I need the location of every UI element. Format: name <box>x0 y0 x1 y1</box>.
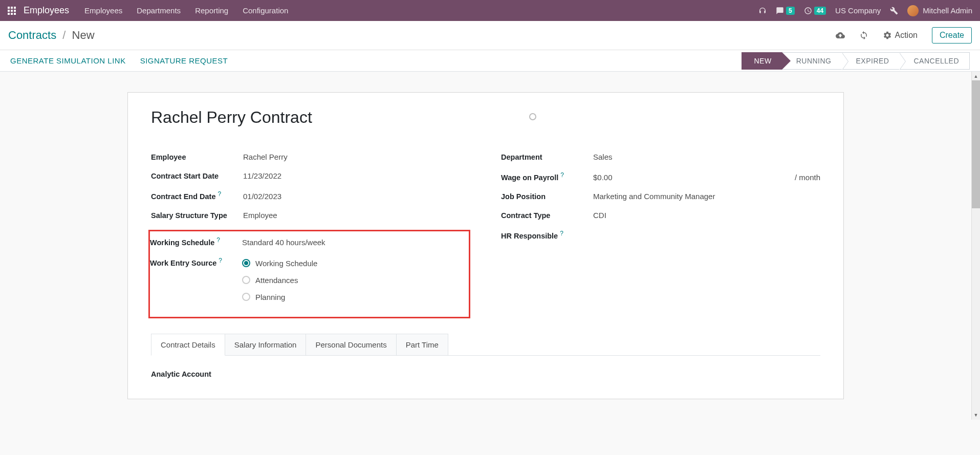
menu-departments[interactable]: Departments <box>137 6 181 15</box>
user-name: Mitchell Admin <box>923 6 972 15</box>
generate-simulation-link-button[interactable]: GENERATE SIMULATION LINK <box>10 56 126 65</box>
statusbar: GENERATE SIMULATION LINK SIGNATURE REQUE… <box>0 50 980 72</box>
state-expired[interactable]: EXPIRED <box>842 52 900 70</box>
radio-icon <box>242 276 250 284</box>
job-position-field[interactable]: Marketing and Community Manager <box>593 192 820 201</box>
tab-salary-information[interactable]: Salary Information <box>225 334 307 356</box>
salary-type-label: Salary Structure Type <box>151 211 243 220</box>
end-date-label: Contract End Date ? <box>151 190 243 201</box>
radio-label: Attendances <box>255 276 298 285</box>
chat-icon <box>776 7 784 15</box>
help-icon[interactable]: ? <box>560 171 564 179</box>
gear-icon <box>883 31 892 40</box>
app-name[interactable]: Employees <box>24 5 69 16</box>
menu-employees[interactable]: Employees <box>84 6 122 15</box>
working-schedule-label: Working Schedule ? <box>150 236 242 247</box>
radio-planning[interactable]: Planning <box>242 293 464 301</box>
topmenu: Employees Departments Reporting Configur… <box>84 6 288 15</box>
form-col-right: Department Sales Wage on Payroll ? $0.00… <box>501 153 820 318</box>
apps-icon[interactable] <box>8 7 16 15</box>
job-position-label: Job Position <box>501 192 593 201</box>
company-selector[interactable]: US Company <box>835 6 881 15</box>
menu-reporting[interactable]: Reporting <box>195 6 228 15</box>
radio-label: Planning <box>255 293 285 301</box>
scroll-thumb[interactable] <box>972 80 980 208</box>
signature-request-button[interactable]: SIGNATURE REQUEST <box>140 56 228 65</box>
breadcrumb-current: New <box>72 29 95 41</box>
salary-type-field[interactable]: Employee <box>243 211 470 220</box>
tabs: Contract Details Salary Information Pers… <box>151 334 820 356</box>
end-date-field[interactable]: 01/02/2023 <box>243 192 470 201</box>
page-title: Rachel Perry Contract <box>151 108 529 127</box>
highlight-box: Working Schedule ? Standard 40 hours/wee… <box>148 230 470 318</box>
topbar: Employees Employees Departments Reportin… <box>0 0 980 21</box>
tab-contract-details[interactable]: Contract Details <box>151 334 225 356</box>
tab-personal-documents[interactable]: Personal Documents <box>306 334 396 356</box>
employee-field[interactable]: Rachel Perry <box>243 153 470 161</box>
main-scroll: Rachel Perry Contract Employee Rachel Pe… <box>0 72 971 420</box>
help-icon[interactable]: ? <box>219 257 222 264</box>
tab-part-time[interactable]: Part Time <box>396 334 448 356</box>
action-label: Action <box>895 31 918 40</box>
undo-icon[interactable] <box>859 31 868 40</box>
chat-badge: 5 <box>786 7 795 15</box>
department-label: Department <box>501 153 593 161</box>
radio-icon <box>242 293 250 301</box>
radio-working-schedule[interactable]: Working Schedule <box>242 259 464 268</box>
state-running[interactable]: RUNNING <box>782 52 842 70</box>
form-col-left: Employee Rachel Perry Contract Start Dat… <box>151 153 470 318</box>
create-button[interactable]: Create <box>932 27 972 44</box>
breadcrumb-link[interactable]: Contracts <box>8 29 56 41</box>
help-icon[interactable]: ? <box>218 190 222 198</box>
activity-badge: 44 <box>814 7 826 15</box>
scroll-down-icon[interactable]: ▼ <box>972 411 980 420</box>
working-schedule-field[interactable]: Standard 40 hours/week <box>242 238 464 247</box>
radio-attendances[interactable]: Attendances <box>242 276 464 285</box>
status-buttons: GENERATE SIMULATION LINK SIGNATURE REQUE… <box>10 56 228 65</box>
tab-content: Analytic Account <box>151 356 820 378</box>
wage-suffix: / month <box>795 173 820 182</box>
department-field[interactable]: Sales <box>593 153 820 161</box>
controlbar: Contracts / New Action Create <box>0 21 980 50</box>
radio-label: Working Schedule <box>255 259 317 268</box>
form-columns: Employee Rachel Perry Contract Start Dat… <box>151 153 820 318</box>
wage-label: Wage on Payroll ? <box>501 171 593 182</box>
state-arrows: NEW RUNNING EXPIRED CANCELLED <box>742 50 970 71</box>
contract-type-field[interactable]: CDI <box>593 211 820 220</box>
state-cancelled[interactable]: CANCELLED <box>899 52 970 70</box>
chat-icon-wrap[interactable]: 5 <box>776 7 795 15</box>
start-date-field[interactable]: 11/23/2022 <box>243 171 470 180</box>
radio-icon <box>242 259 250 267</box>
form-sheet: Rachel Perry Contract Employee Rachel Pe… <box>127 92 844 399</box>
wage-field[interactable]: $0.00 <box>593 173 613 182</box>
scroll-up-icon[interactable]: ▲ <box>972 72 980 80</box>
tools-icon[interactable] <box>890 7 898 15</box>
work-entry-label: Work Entry Source ? <box>150 257 242 267</box>
avatar <box>907 5 919 16</box>
cloud-upload-icon[interactable] <box>836 31 845 40</box>
analytic-account-label: Analytic Account <box>151 370 820 378</box>
action-button[interactable]: Action <box>883 31 918 40</box>
loading-indicator <box>529 113 536 120</box>
work-entry-radio-group: Working Schedule Attendances Planning <box>242 259 464 301</box>
start-date-label: Contract Start Date <box>151 172 243 180</box>
breadcrumb-sep: / <box>62 29 66 41</box>
content-wrap: Rachel Perry Contract Employee Rachel Pe… <box>0 72 980 420</box>
control-actions: Action Create <box>836 27 972 44</box>
scrollbar[interactable]: ▲ ▼ <box>971 72 980 420</box>
help-icon[interactable]: ? <box>216 236 220 244</box>
topbar-right: 5 44 US Company Mitchell Admin <box>758 5 972 16</box>
breadcrumb: Contracts / New <box>8 29 95 42</box>
employee-label: Employee <box>151 153 243 161</box>
help-icon[interactable]: ? <box>560 230 563 237</box>
activity-icon-wrap[interactable]: 44 <box>804 7 826 15</box>
hr-responsible-label: HR Responsible ? <box>501 230 593 240</box>
clock-icon <box>804 7 812 15</box>
voip-icon[interactable] <box>758 7 767 15</box>
user-menu[interactable]: Mitchell Admin <box>907 5 972 16</box>
menu-configuration[interactable]: Configuration <box>243 6 288 15</box>
state-new[interactable]: NEW <box>742 52 781 70</box>
contract-type-label: Contract Type <box>501 211 593 220</box>
